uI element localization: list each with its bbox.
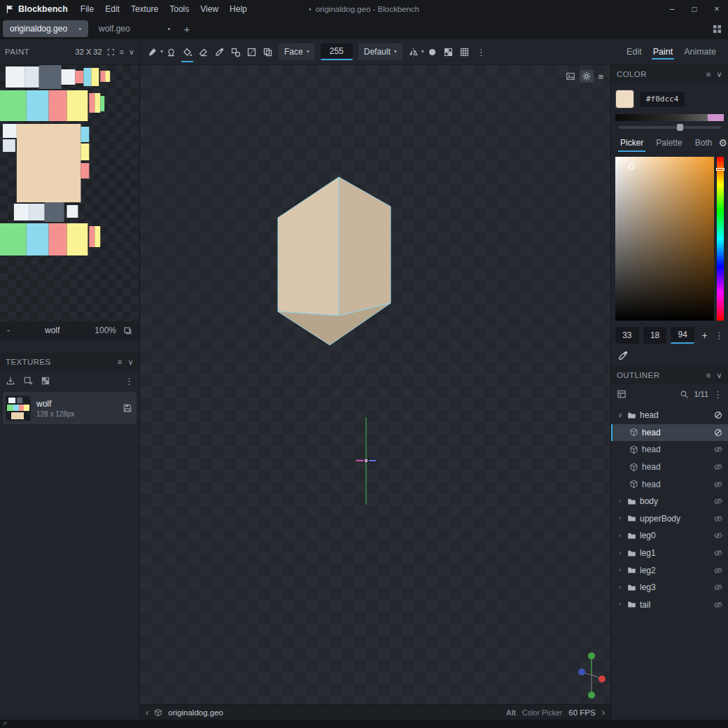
panel-collapse-icon[interactable]: ∨ (717, 71, 722, 78)
dither-pattern-icon[interactable] (440, 43, 456, 61)
outliner-group-leg0[interactable]: › leg0 (611, 527, 728, 545)
status-back-icon[interactable]: ‹ (146, 707, 148, 718)
outliner-group-leg2[interactable]: › leg2 (611, 561, 728, 579)
chevron-right-icon[interactable]: › (617, 515, 624, 522)
close-button[interactable]: × (706, 0, 728, 18)
menu-edit[interactable]: Edit (99, 1, 125, 17)
hex-color-input[interactable]: #f0dcc4 (640, 92, 685, 107)
visibility-off-icon[interactable] (713, 444, 723, 454)
menu-texture[interactable]: Texture (125, 1, 164, 17)
outliner-group-head[interactable]: ∨ head (611, 407, 728, 424)
values-overflow-icon[interactable]: ⋮ (715, 330, 724, 341)
viewport-3d[interactable]: ≡ (140, 65, 610, 704)
chevron-right-icon[interactable]: › (617, 533, 624, 539)
import-texture-icon[interactable] (6, 376, 15, 386)
outliner-overflow-icon[interactable]: ⋮ (713, 389, 722, 400)
lock-alpha-icon[interactable] (424, 43, 440, 61)
fill-bucket-tool-icon[interactable] (179, 43, 195, 61)
outliner-cube-head[interactable]: head (611, 458, 728, 476)
visibility-off-icon[interactable] (713, 548, 723, 558)
chevron-right-icon[interactable]: › (617, 584, 624, 591)
color-picker-tool-icon[interactable] (211, 43, 227, 61)
pixel-grid-icon[interactable] (456, 43, 472, 61)
toolbar-overflow-icon[interactable]: ⋮ (472, 47, 490, 57)
layers-icon[interactable] (123, 326, 132, 335)
outliner-group-leg3[interactable]: › leg3 (611, 579, 728, 596)
texture-paint-canvas[interactable] (0, 65, 139, 321)
visibility-off-icon[interactable] (713, 582, 723, 592)
background-image-icon[interactable] (564, 70, 578, 83)
minimize-button[interactable]: – (661, 0, 683, 18)
color-history-bar[interactable] (615, 114, 724, 121)
draw-shape-tool-icon[interactable] (227, 43, 244, 61)
visibility-icon[interactable] (713, 428, 723, 438)
visibility-off-icon[interactable] (713, 531, 723, 540)
chevron-down-icon[interactable]: ∨ (617, 412, 624, 419)
chevron-right-icon[interactable]: › (617, 550, 624, 556)
visibility-off-icon[interactable] (713, 514, 723, 524)
mirror-painting-icon[interactable] (405, 43, 421, 61)
menu-file[interactable]: File (75, 1, 99, 17)
gear-icon[interactable]: ⚙ (718, 137, 728, 148)
chevron-right-icon[interactable]: › (617, 601, 624, 608)
panel-collapse-icon[interactable]: ∨ (129, 48, 134, 56)
texture-size-button[interactable]: 32 X 32 (76, 48, 102, 56)
outliner-cube-head[interactable]: head (611, 475, 728, 493)
menu-view[interactable]: View (195, 1, 224, 17)
textures-overflow-icon[interactable]: ⋮ (125, 376, 134, 386)
chevron-right-icon[interactable]: › (617, 498, 624, 505)
lighting-sun-icon[interactable] (580, 70, 594, 83)
copy-brush-tool-icon[interactable] (163, 43, 179, 61)
visibility-off-icon[interactable] (713, 600, 723, 610)
saturation-value-picker[interactable]: 0 (615, 157, 714, 321)
mode-tab-animate[interactable]: Animate (679, 42, 721, 62)
face-mode-select[interactable]: Face ▾ (279, 43, 315, 60)
panel-collapse-icon[interactable]: ∨ (717, 372, 722, 379)
hue-slider[interactable] (717, 157, 724, 321)
panel-collapse-icon[interactable]: ∨ (128, 358, 134, 366)
blend-mode-select[interactable]: Default ▾ (358, 43, 402, 60)
panel-menu-icon[interactable]: ≡ (706, 372, 711, 379)
visibility-off-icon[interactable] (713, 496, 723, 506)
mode-tab-edit[interactable]: Edit (622, 42, 647, 62)
outliner-group-body[interactable]: › body (611, 493, 728, 510)
panel-grid-icon[interactable] (713, 24, 722, 34)
status-forward-icon[interactable]: › (602, 707, 605, 718)
menu-tools[interactable]: Tools (164, 1, 195, 17)
zoom-level[interactable]: 100% (94, 326, 116, 335)
save-texture-icon[interactable] (122, 403, 132, 413)
outliner-group-tail[interactable]: › tail (611, 596, 728, 614)
outliner-options-icon[interactable] (617, 389, 626, 399)
fit-view-icon[interactable] (107, 48, 115, 56)
menu-help[interactable]: Help (224, 1, 253, 17)
history-color-chip[interactable] (708, 114, 724, 121)
picker-cursor[interactable] (628, 163, 635, 170)
add-to-palette-button[interactable]: + (699, 330, 710, 341)
visibility-off-icon[interactable] (713, 462, 723, 472)
texture-list-item[interactable]: wolf 128 x 128px (3, 392, 136, 424)
hue-value-input[interactable]: 33 (615, 327, 639, 344)
saturation-value-input[interactable]: 18 (643, 327, 667, 344)
current-color-swatch[interactable] (615, 90, 634, 108)
color-tab-palette[interactable]: Palette (650, 134, 688, 152)
brightness-value-input[interactable]: 94 (671, 327, 694, 344)
panel-menu-icon[interactable]: ≡ (120, 48, 124, 56)
color-tab-picker[interactable]: Picker (614, 134, 650, 152)
hue-cursor[interactable] (716, 168, 724, 171)
tab-originaldog[interactable]: originaldog.geo ● (3, 20, 88, 37)
visibility-off-icon[interactable] (713, 566, 723, 575)
tab-wolf[interactable]: wolf.geo ● (92, 20, 177, 37)
slider-handle[interactable] (677, 124, 683, 131)
outliner-cube-head-selected[interactable]: head (611, 424, 728, 442)
brush-tool-icon[interactable] (144, 43, 160, 61)
viewport-menu-icon[interactable]: ≡ (596, 71, 606, 82)
visibility-off-icon[interactable] (713, 479, 723, 489)
gradient-tool-icon[interactable] (244, 43, 260, 61)
create-texture-icon[interactable] (23, 376, 33, 386)
chevron-right-icon[interactable]: › (617, 567, 624, 573)
panel-menu-icon[interactable]: ≡ (118, 358, 122, 366)
eraser-tool-icon[interactable] (195, 43, 211, 61)
eyedropper-icon[interactable] (617, 350, 629, 361)
maximize-button[interactable]: □ (683, 0, 706, 18)
outliner-group-leg1[interactable]: › leg1 (611, 545, 728, 562)
